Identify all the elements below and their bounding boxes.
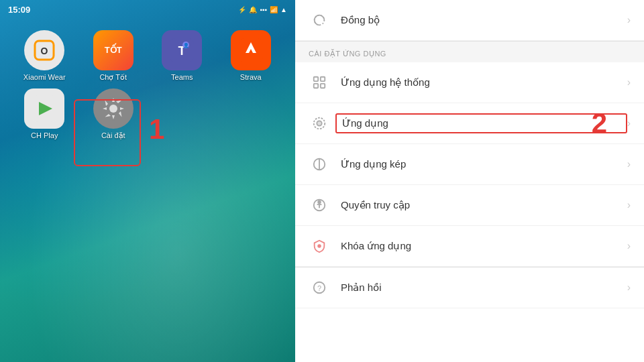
app-item-cho-tot[interactable]: TỐT Chợ Tốt xyxy=(83,30,145,82)
svg-point-22 xyxy=(318,201,321,204)
svg-rect-14 xyxy=(321,77,325,81)
svg-point-18 xyxy=(317,121,321,125)
dong-bo-label: Đồng bộ xyxy=(341,14,627,26)
app-item-teams[interactable]: T 👤 Teams xyxy=(151,30,213,82)
svg-rect-13 xyxy=(314,77,318,81)
xiaomi-wear-label: Xiaomi Wear xyxy=(23,73,66,81)
svg-point-11 xyxy=(109,105,117,113)
signal-icon: 📶 xyxy=(270,6,278,13)
dual-icon xyxy=(309,154,330,175)
step-number-2: 2 xyxy=(592,109,607,137)
ung-dung-he-thong-label: Ứng dụng hệ thống xyxy=(341,76,627,88)
khoa-ung-dung-chevron: › xyxy=(627,240,631,252)
status-time: 15:09 xyxy=(8,5,30,15)
feedback-svg: ? xyxy=(312,280,327,295)
svg-text:👤: 👤 xyxy=(183,42,189,48)
settings-icon xyxy=(93,88,133,129)
svg-point-23 xyxy=(317,244,321,248)
notification-icon: 🔔 xyxy=(249,6,257,13)
phan-hoi-label: Phản hồi xyxy=(341,282,627,294)
settings-item-khoa-ung-dung[interactable]: Khóa ứng dụng › xyxy=(295,226,644,267)
app-item-settings[interactable]: Cài đặt xyxy=(83,88,145,140)
shield-svg xyxy=(312,239,327,253)
dong-bo-chevron: › xyxy=(627,14,631,26)
bluetooth-icon: ⚡ xyxy=(238,6,246,13)
grid-icon xyxy=(309,72,330,93)
svg-rect-6 xyxy=(239,38,263,62)
settings-item-ung-dung-kep[interactable]: Ứng dụng kép › xyxy=(295,144,644,185)
sync-icon xyxy=(309,9,330,31)
ung-dung-he-thong-chevron: › xyxy=(627,76,631,88)
app-item-xiaomi-wear[interactable]: O Xiaomi Wear xyxy=(13,30,76,82)
lock-svg xyxy=(312,198,327,213)
grid-svg xyxy=(312,75,327,90)
settings-item-quyen-truy-cap[interactable]: Quyền truy cập › xyxy=(295,185,644,226)
apps-icon xyxy=(309,113,330,134)
cho-tot-label: Chợ Tốt xyxy=(99,73,127,82)
svg-rect-16 xyxy=(321,84,325,88)
khoa-ung-dung-label: Khóa ứng dụng xyxy=(341,240,627,252)
ch-play-label: CH Play xyxy=(31,131,58,139)
status-icons: ⚡ 🔔 ▪▪▪ 📶 ▲ xyxy=(238,6,287,13)
feedback-icon: ? xyxy=(309,277,330,298)
ch-play-icon xyxy=(24,88,64,129)
settings-label: Cài đặt xyxy=(101,131,125,140)
ung-dung-label: Ứng dụng xyxy=(335,113,627,133)
section-label-apps: CÀI ĐẶT ỨNG DỤNG xyxy=(295,42,644,62)
shield-icon xyxy=(309,235,330,257)
sync-svg xyxy=(312,13,327,27)
strava-svg xyxy=(239,38,263,62)
xiaomi-wear-icon: O xyxy=(24,30,64,70)
settings-item-ung-dung-he-thong[interactable]: Ứng dụng hệ thống › xyxy=(295,62,644,103)
xiaomi-logo-svg: O xyxy=(32,38,56,62)
svg-text:?: ? xyxy=(317,284,321,292)
teams-svg: T 👤 xyxy=(170,38,194,62)
teams-label: Teams xyxy=(171,73,193,81)
quyen-truy-cap-label: Quyền truy cập xyxy=(341,199,627,211)
strava-label: Strava xyxy=(240,73,262,81)
ung-dung-kep-chevron: › xyxy=(627,158,631,170)
strava-icon xyxy=(231,30,271,70)
ch-play-svg xyxy=(31,95,58,122)
phone-screen: 15:09 ⚡ 🔔 ▪▪▪ 📶 ▲ O Xiaomi Wear TỐT Chợ xyxy=(0,0,295,362)
settings-svg xyxy=(101,97,125,121)
phan-hoi-chevron: › xyxy=(627,282,631,294)
wifi-icon: ▲ xyxy=(280,6,287,13)
teams-icon: T 👤 xyxy=(162,30,202,70)
settings-list: Đồng bộ › CÀI ĐẶT ỨNG DỤNG Ứng dụng hệ t… xyxy=(295,0,644,362)
cho-tot-text: TỐT xyxy=(105,46,122,55)
lock-icon xyxy=(309,194,330,216)
settings-panel: Đồng bộ › CÀI ĐẶT ỨNG DỤNG Ứng dụng hệ t… xyxy=(295,0,644,362)
app-item-strava[interactable]: Strava xyxy=(220,30,282,82)
apps-svg xyxy=(312,116,327,131)
dual-svg xyxy=(312,157,327,172)
battery-icon: ▪▪▪ xyxy=(260,6,267,13)
cho-tot-icon: TỐT xyxy=(93,30,133,70)
svg-rect-15 xyxy=(314,84,318,88)
ung-dung-kep-label: Ứng dụng kép xyxy=(341,158,627,170)
status-bar: 15:09 ⚡ 🔔 ▪▪▪ 📶 ▲ xyxy=(0,0,295,19)
settings-item-ung-dung[interactable]: Ứng dụng 2 › xyxy=(295,103,644,144)
app-grid: O Xiaomi Wear TỐT Chợ Tốt T 👤 Teams xyxy=(0,23,295,147)
svg-text:O: O xyxy=(41,46,48,56)
app-item-ch-play[interactable]: CH Play xyxy=(13,88,76,140)
step-number-1: 1 xyxy=(149,115,164,143)
ung-dung-chevron: › xyxy=(627,117,631,129)
settings-item-dong-bo[interactable]: Đồng bộ › xyxy=(295,0,644,41)
settings-item-phan-hoi[interactable]: ? Phản hồi › xyxy=(295,267,644,308)
quyen-truy-cap-chevron: › xyxy=(627,199,631,211)
